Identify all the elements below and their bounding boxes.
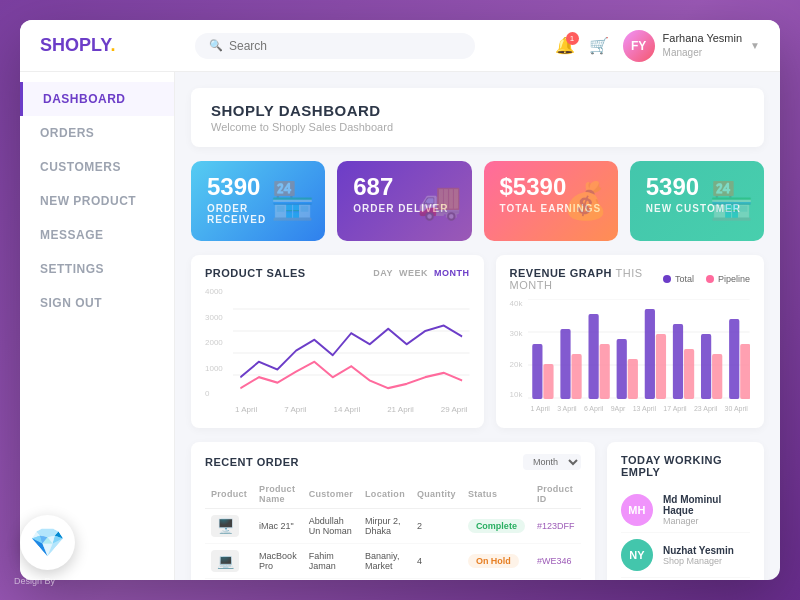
svg-rect-9 [544, 364, 554, 399]
location: Farmgrt, Dhaka [359, 579, 411, 581]
welcome-title: SHOPLY DASHBOARD [211, 102, 744, 119]
legend-label-pipeline: Pipeline [718, 274, 750, 284]
emp-avatar: NY [621, 539, 653, 571]
sidebar-item-new-product[interactable]: NEW PRODUCT [20, 184, 174, 218]
product-name: iPhone X [253, 579, 303, 581]
notification-bell[interactable]: 🔔 1 [555, 36, 575, 55]
svg-rect-14 [617, 339, 627, 399]
svg-rect-17 [656, 334, 666, 399]
avatar: FY [623, 30, 655, 62]
logo: SHOPLY. [40, 35, 195, 56]
stats-row: 5390 ORDER RECEIVED 🏪 687 ORDER DELIVER … [191, 161, 764, 241]
emp-name: Nuzhat Yesmin [663, 545, 734, 556]
notification-badge: 1 [566, 32, 579, 45]
x-labels-sales: 1 April7 April14 April21 April29 April [233, 405, 470, 414]
product-id: #123DFF [531, 509, 581, 544]
search-bar[interactable]: 🔍 [195, 33, 475, 59]
orders-table: Product Product Name Customer Location Q… [205, 480, 581, 580]
line-chart-wrap: 40003000200010000 [205, 287, 470, 414]
table-row: 💻 MacBook Pro Fahim Jaman Bananiy, Marke… [205, 544, 581, 579]
sidebar-item-message[interactable]: MESSAGE [20, 218, 174, 252]
quantity: 4 [411, 544, 462, 579]
tab-month[interactable]: MONTH [434, 268, 470, 278]
design-by-label: Design By [14, 576, 55, 586]
stat-icon-deliver: 🚚 [417, 180, 462, 222]
legend-label-total: Total [675, 274, 694, 284]
user-text: Farhana Yesmin Manager [663, 31, 743, 60]
col-status: Status [462, 480, 531, 509]
sketch-badge: 💎 [20, 515, 75, 570]
svg-rect-20 [701, 334, 711, 399]
chart-title-sales: PRODUCT SALES [205, 267, 306, 279]
chart-header-revenue: REVENUE GRAPH THIS MONTH Total Pipeline [510, 267, 750, 291]
col-product-id: Product ID [531, 480, 581, 509]
logo-text: SHOPLY [40, 35, 110, 55]
sidebar: DASHBOARD ORDERS CUSTOMERS NEW PRODUCT M… [20, 72, 175, 580]
tab-day[interactable]: DAY [373, 268, 393, 278]
product-sales-chart: PRODUCT SALES DAY WEEK MONTH 40003000200… [191, 255, 484, 428]
product-name: iMac 21" [253, 509, 303, 544]
legend-dot-total [663, 275, 671, 283]
month-filter[interactable]: Month Week Day [523, 454, 581, 470]
stat-card-earnings: $5390 TOTAL EARNINGS 💰 [484, 161, 618, 241]
user-profile[interactable]: FY Farhana Yesmin Manager ▼ [623, 30, 760, 62]
col-customer: Customer [303, 480, 359, 509]
recent-orders-title: RECENT ORDER [205, 456, 299, 468]
table-row: 📱 iPhone X Farhan Aji Farmgrt, Dhaka 6 P… [205, 579, 581, 581]
header: SHOPLY. 🔍 🔔 1 🛒 FY Farhana Yesmin [20, 20, 780, 72]
col-product-name: Product Name [253, 480, 303, 509]
emp-avatar: MH [621, 494, 653, 526]
sidebar-item-settings[interactable]: SETTINGS [20, 252, 174, 286]
svg-rect-11 [572, 354, 582, 399]
search-input[interactable] [229, 39, 461, 53]
dashboard-content: SHOPLY DASHBOARD Welcome to Shoply Sales… [175, 72, 780, 580]
bottom-row: RECENT ORDER Month Week Day Product [191, 442, 764, 580]
list-item: MH Md Mominul Haque Manager [621, 488, 750, 533]
sidebar-item-dashboard[interactable]: DASHBOARD [20, 82, 174, 116]
customer-name: Fahim Jaman [303, 544, 359, 579]
svg-rect-23 [741, 344, 750, 399]
status-badge: Complete [468, 519, 525, 533]
svg-rect-13 [600, 344, 610, 399]
emp-name: Md Mominul Haque [663, 494, 750, 516]
sidebar-item-orders[interactable]: ORDERS [20, 116, 174, 150]
svg-rect-12 [589, 314, 599, 399]
legend-total: Total [663, 274, 694, 284]
y-labels-revenue: 40k30k20k10k [510, 299, 750, 412]
search-icon: 🔍 [209, 39, 223, 52]
tab-week[interactable]: WEEK [399, 268, 428, 278]
product-thumb: 💻 [211, 550, 239, 572]
svg-rect-18 [673, 324, 683, 399]
svg-rect-10 [561, 329, 571, 399]
list-item: AH Asiful Haque Stafy [621, 578, 750, 580]
product-thumb: 🖥️ [211, 515, 239, 537]
quantity: 2 [411, 509, 462, 544]
svg-rect-15 [628, 359, 638, 399]
stat-icon-earnings: 💰 [563, 180, 608, 222]
svg-rect-16 [645, 309, 655, 399]
svg-rect-8 [533, 344, 543, 399]
sidebar-item-customers[interactable]: CUSTOMERS [20, 150, 174, 184]
stat-card-deliver: 687 ORDER DELIVER 🚚 [337, 161, 471, 241]
revenue-graph-chart: REVENUE GRAPH THIS MONTH Total Pipeline [496, 255, 764, 428]
user-name: Farhana Yesmin [663, 31, 743, 46]
stat-icon-customers: 🏪 [709, 180, 754, 222]
legend-dot-pipeline [706, 275, 714, 283]
shopping-cart[interactable]: 🛒 [589, 36, 609, 55]
chart-tabs: DAY WEEK MONTH [373, 268, 469, 278]
header-icons: 🔔 1 🛒 FY Farhana Yesmin Manager ▼ [555, 30, 760, 62]
sidebar-item-signout[interactable]: SIGN OUT [20, 286, 174, 320]
employee-list: MH Md Mominul Haque Manager NY Nuzhat Ye… [621, 488, 750, 580]
stat-card-customers: 5390 NEW CUSTOMER 🏪 [630, 161, 764, 241]
list-item: NY Nuzhat Yesmin Shop Manager [621, 533, 750, 578]
emp-role: Manager [663, 516, 750, 526]
chevron-down-icon: ▼ [750, 40, 760, 51]
stat-icon-orders: 🏪 [270, 180, 315, 222]
chart-subtitle-revenue: THIS MONTH [510, 267, 643, 291]
chart-title-revenue: REVENUE GRAPH THIS MONTH [510, 267, 663, 291]
sketch-icon: 💎 [30, 526, 65, 559]
stat-card-orders: 5390 ORDER RECEIVED 🏪 [191, 161, 325, 241]
col-location: Location [359, 480, 411, 509]
legend-pipeline: Pipeline [706, 274, 750, 284]
svg-rect-19 [684, 349, 694, 399]
